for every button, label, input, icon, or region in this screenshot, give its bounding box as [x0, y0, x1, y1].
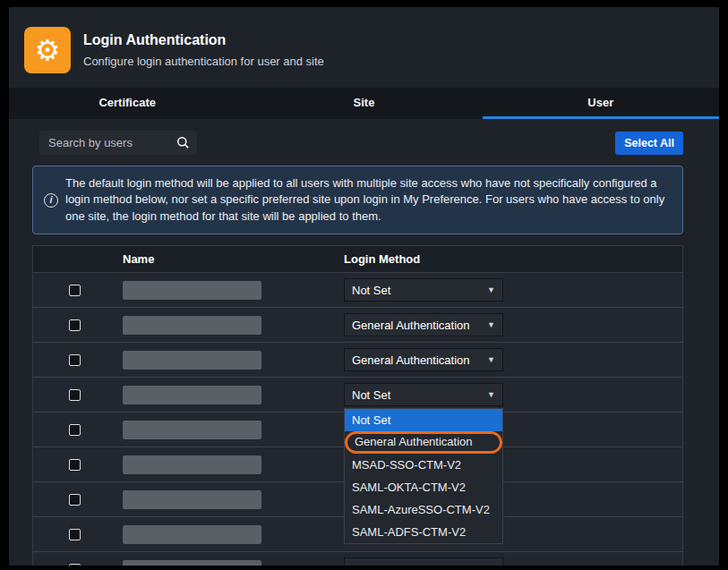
login-method-value: General Authentication [352, 319, 470, 332]
column-name: Name [116, 252, 337, 266]
dropdown-option-not-set[interactable]: Not Set [345, 409, 502, 431]
dropdown-option-general-authentication[interactable]: General Authentication [345, 431, 502, 454]
login-method-cell: General Authentication ▼ [337, 348, 682, 371]
gear-glyph: ⚙ [35, 36, 61, 64]
user-name-redacted [123, 281, 261, 300]
name-cell [116, 421, 337, 439]
page-title: Login Authentication [83, 32, 324, 48]
login-method-value: General Authentication [352, 353, 470, 367]
dropdown-option-msad-sso-ctm-v2[interactable]: MSAD-SSO-CTM-V2 [345, 454, 502, 476]
table-row: Not Set ▼ [33, 552, 682, 566]
caret-down-icon: ▼ [487, 390, 495, 399]
login-authentication-panel: ⚙ Login Authentication Configure login a… [9, 7, 719, 566]
login-method-select[interactable]: General Authentication ▼ [344, 313, 503, 336]
row-checkbox[interactable] [69, 389, 81, 401]
user-name-redacted [123, 490, 261, 509]
search-wrap [39, 131, 197, 155]
login-method-value: Not Set [352, 388, 390, 402]
login-method-value: Not Set [352, 284, 390, 297]
user-name-redacted [123, 421, 261, 439]
name-cell [116, 351, 337, 370]
checkbox-cell [33, 494, 116, 506]
page-subtitle: Configure login authentication for user … [83, 55, 324, 68]
name-cell [116, 560, 337, 566]
checkbox-cell [33, 389, 116, 401]
table-row: Not Set ▼ [33, 273, 682, 308]
row-checkbox[interactable] [69, 424, 81, 436]
user-name-redacted [123, 525, 261, 544]
table-body: Not Set ▼ General Authentication ▼ Gener… [33, 273, 682, 566]
table-row: Not Set ▼ Not SetGeneral AuthenticationM… [33, 378, 682, 413]
name-cell [116, 316, 337, 335]
checkbox-cell [33, 459, 116, 471]
name-cell [116, 455, 337, 474]
tab-certificate[interactable]: Certificate [9, 88, 245, 119]
user-name-redacted [123, 560, 261, 566]
login-method-select[interactable]: Not Set ▼ [344, 557, 503, 566]
caret-down-icon: ▼ [487, 320, 495, 329]
login-method-dropdown-menu: Not SetGeneral AuthenticationMSAD-SSO-CT… [344, 408, 503, 544]
gear-icon: ⚙ [24, 27, 71, 73]
name-cell [116, 525, 337, 544]
users-table: Name Login Method Not Set ▼ General Auth… [32, 245, 683, 566]
login-method-select[interactable]: Not Set ▼ Not SetGeneral AuthenticationM… [344, 383, 503, 406]
tab-bar: CertificateSiteUser [9, 88, 719, 119]
user-name-redacted [123, 316, 261, 335]
row-checkbox[interactable] [69, 285, 81, 296]
info-icon: i [44, 193, 58, 208]
row-checkbox[interactable] [69, 354, 81, 366]
name-cell [116, 281, 337, 300]
search-icon [176, 136, 190, 153]
header-titles: Login Authentication Configure login aut… [83, 32, 324, 68]
table-row: General Authentication ▼ [33, 308, 682, 343]
checkbox-cell [33, 354, 116, 366]
tab-user[interactable]: User [483, 88, 719, 119]
info-banner-text: The default login method will be applied… [65, 176, 664, 223]
name-cell [116, 490, 337, 509]
login-method-cell: Not Set ▼ [337, 278, 682, 302]
search-input[interactable] [39, 131, 197, 155]
login-method-value: Not Set [352, 563, 390, 566]
dropdown-option-saml-adfs-ctm-v2[interactable]: SAML-ADFS-CTM-V2 [345, 521, 502, 543]
caret-down-icon: ▼ [487, 565, 495, 566]
select-all-button[interactable]: Select All [615, 132, 683, 155]
login-method-select[interactable]: Not Set ▼ [344, 278, 503, 302]
row-checkbox[interactable] [69, 494, 81, 506]
tab-site[interactable]: Site [245, 88, 482, 119]
login-method-cell: Not Set ▼ [337, 557, 682, 566]
checkbox-cell [33, 529, 116, 540]
user-name-redacted [123, 455, 261, 474]
toolbar: Select All [39, 131, 683, 155]
name-cell [116, 386, 337, 404]
checkbox-cell [33, 424, 116, 436]
login-method-cell: Not Set ▼ Not SetGeneral AuthenticationM… [337, 383, 682, 406]
row-checkbox[interactable] [69, 529, 81, 540]
row-checkbox[interactable] [69, 459, 81, 471]
screen: ⚙ Login Authentication Configure login a… [0, 0, 728, 570]
user-name-redacted [123, 386, 261, 404]
login-method-select[interactable]: General Authentication ▼ [344, 348, 503, 371]
page-header: ⚙ Login Authentication Configure login a… [9, 7, 719, 88]
column-login-method: Login Method [337, 252, 682, 266]
dropdown-option-saml-azuresso-ctm-v2[interactable]: SAML-AzureSSO-CTM-V2 [345, 498, 502, 521]
table-header: Name Login Method [33, 246, 682, 273]
info-banner: i The default login method will be appli… [32, 166, 683, 234]
row-checkbox[interactable] [69, 319, 81, 331]
caret-down-icon: ▼ [487, 285, 495, 294]
checkbox-cell [33, 319, 116, 331]
row-checkbox[interactable] [69, 564, 81, 566]
table-row: General Authentication ▼ [33, 343, 682, 378]
caret-down-icon: ▼ [487, 355, 495, 364]
checkbox-cell [33, 564, 116, 566]
dropdown-option-saml-okta-ctm-v2[interactable]: SAML-OKTA-CTM-V2 [345, 476, 502, 498]
user-name-redacted [123, 351, 261, 370]
login-method-cell: General Authentication ▼ [337, 313, 682, 336]
checkbox-cell [33, 285, 116, 296]
